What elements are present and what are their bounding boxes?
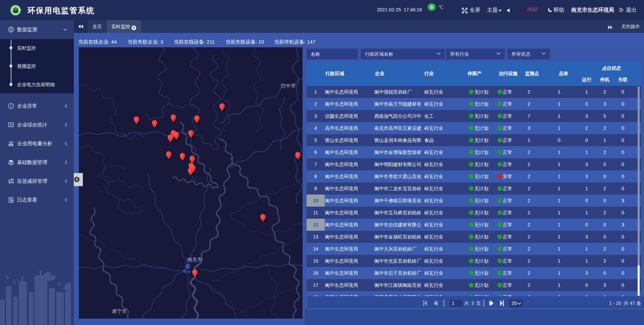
svg-text:南充市: 南充市 [187, 257, 202, 262]
svg-text:巴中市: 巴中市 [281, 83, 296, 89]
svg-text:遂宁市: 遂宁市 [112, 308, 127, 314]
